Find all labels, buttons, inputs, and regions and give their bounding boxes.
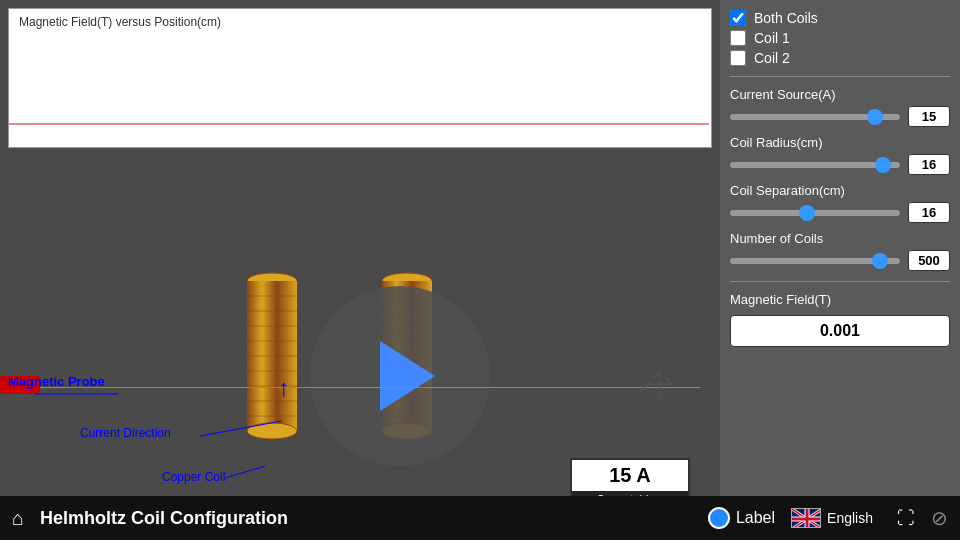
home-button[interactable]: ⌂ bbox=[12, 507, 24, 530]
coil2-checkbox[interactable] bbox=[730, 50, 746, 66]
svg-line-31 bbox=[665, 377, 672, 384]
both-coils-label: Both Coils bbox=[754, 10, 818, 26]
current-source-track[interactable] bbox=[730, 114, 900, 120]
coil-radius-slider-row: 16 bbox=[730, 154, 950, 175]
label-text: Label bbox=[736, 509, 775, 527]
svg-point-3 bbox=[247, 423, 297, 439]
coil-separation-value[interactable]: 16 bbox=[908, 202, 950, 223]
svg-line-32 bbox=[640, 384, 648, 392]
fullscreen-button[interactable]: ⛶ bbox=[897, 508, 915, 529]
num-coils-label: Number of Coils bbox=[730, 231, 950, 246]
app-title: Helmholtz Coil Configuration bbox=[40, 508, 692, 529]
coil1-label: Coil 1 bbox=[754, 30, 790, 46]
coil2-checkbox-item[interactable]: Coil 2 bbox=[730, 50, 950, 66]
language-text: English bbox=[827, 510, 873, 526]
coil-radius-control: Coil Radius(cm) 16 bbox=[730, 135, 950, 175]
copper-coil-label: Copper Coil bbox=[162, 470, 225, 484]
coil-separation-slider-row: 16 bbox=[730, 202, 950, 223]
label-button[interactable]: Label bbox=[708, 507, 775, 529]
coil-separation-thumb[interactable] bbox=[799, 205, 815, 221]
play-icon bbox=[380, 341, 435, 411]
num-coils-control: Number of Coils 500 bbox=[730, 231, 950, 271]
settings-button[interactable]: ⊘ bbox=[931, 506, 948, 530]
both-coils-checkbox-item[interactable]: Both Coils bbox=[730, 10, 950, 26]
svg-line-30 bbox=[653, 371, 660, 378]
coil-radius-label: Coil Radius(cm) bbox=[730, 135, 950, 150]
graph-svg bbox=[9, 9, 711, 147]
current-source-thumb[interactable] bbox=[867, 109, 883, 125]
coil2-label: Coil 2 bbox=[754, 50, 790, 66]
current-direction-label: Current Direction bbox=[80, 426, 171, 440]
coil-radius-value[interactable]: 16 bbox=[908, 154, 950, 175]
divider-1 bbox=[730, 76, 950, 77]
num-coils-value[interactable]: 500 bbox=[908, 250, 950, 271]
current-source-value[interactable]: 15 bbox=[908, 106, 950, 127]
label-icon bbox=[708, 507, 730, 529]
num-coils-thumb[interactable] bbox=[872, 253, 888, 269]
magnetic-field-label: Magnetic Field(T) bbox=[730, 292, 950, 307]
coil-radius-thumb[interactable] bbox=[875, 157, 891, 173]
svg-line-27 bbox=[225, 466, 265, 478]
bottom-bar-inner: ⌂ Helmholtz Coil Configuration Label bbox=[0, 496, 960, 540]
magnetic-field-value: 0.001 bbox=[730, 315, 950, 347]
left-panel: Magnetic Field(T) versus Position(cm) bbox=[0, 0, 720, 540]
magnetic-probe-label: Magnetic Probe bbox=[8, 374, 105, 389]
sim-area: ↑ Magnetic Probe Current Direction Coppe… bbox=[0, 156, 720, 510]
coil1-checkbox-item[interactable]: Coil 1 bbox=[730, 30, 950, 46]
play-button[interactable] bbox=[310, 286, 490, 466]
current-source-label: Current Source(A) bbox=[730, 87, 950, 102]
num-coils-track[interactable] bbox=[730, 258, 900, 264]
graph-title: Magnetic Field(T) versus Position(cm) bbox=[19, 15, 221, 29]
right-panel: Both Coils Coil 1 Coil 2 Current Source(… bbox=[720, 0, 960, 540]
graph-area: Magnetic Field(T) versus Position(cm) bbox=[8, 8, 712, 148]
probe-line bbox=[0, 387, 700, 388]
divider-2 bbox=[730, 281, 950, 282]
language-selector[interactable]: English bbox=[791, 508, 873, 528]
both-coils-checkbox[interactable] bbox=[730, 10, 746, 26]
num-coils-slider-row: 500 bbox=[730, 250, 950, 271]
magnetic-field-section: Magnetic Field(T) 0.001 bbox=[730, 292, 950, 347]
coil-selection-group: Both Coils Coil 1 Coil 2 bbox=[730, 10, 950, 66]
current-direction-arrow: ↑ bbox=[278, 374, 290, 402]
coil-separation-control: Coil Separation(cm) 16 bbox=[730, 183, 950, 223]
flag-icon bbox=[791, 508, 821, 528]
current-source-slider-row: 15 bbox=[730, 106, 950, 127]
coil-separation-track[interactable] bbox=[730, 210, 900, 216]
coil1-checkbox[interactable] bbox=[730, 30, 746, 46]
coil-separation-label: Coil Separation(cm) bbox=[730, 183, 950, 198]
coil-left bbox=[240, 271, 305, 441]
current-display: 15 A bbox=[572, 460, 688, 491]
current-source-control: Current Source(A) 15 bbox=[730, 87, 950, 127]
bottom-bar: ⌂ Helmholtz Coil Configuration Label bbox=[0, 496, 960, 540]
coil-radius-track[interactable] bbox=[730, 162, 900, 168]
